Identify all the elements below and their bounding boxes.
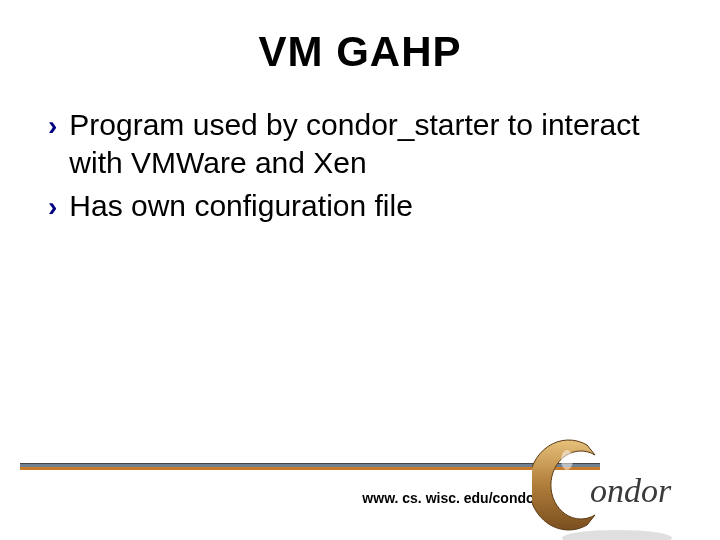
bullet-item: › Program used by condor_starter to inte… — [48, 106, 672, 181]
bullet-item: › Has own configuration file — [48, 187, 672, 225]
bullet-marker-icon: › — [48, 108, 57, 144]
bullet-text: Program used by condor_starter to intera… — [69, 106, 672, 181]
slide: VM GAHP › Program used by condor_starter… — [0, 28, 720, 540]
logo-text: ondor — [590, 472, 672, 509]
bullet-marker-icon: › — [48, 189, 57, 225]
footer-divider — [20, 463, 600, 470]
svg-point-0 — [562, 530, 672, 540]
condor-logo: ondor — [532, 430, 702, 540]
slide-title: VM GAHP — [0, 28, 720, 76]
svg-point-1 — [561, 450, 573, 470]
slide-body: › Program used by condor_starter to inte… — [48, 106, 672, 225]
bullet-text: Has own configuration file — [69, 187, 672, 225]
footer-url: www. cs. wisc. edu/condor — [362, 490, 540, 506]
